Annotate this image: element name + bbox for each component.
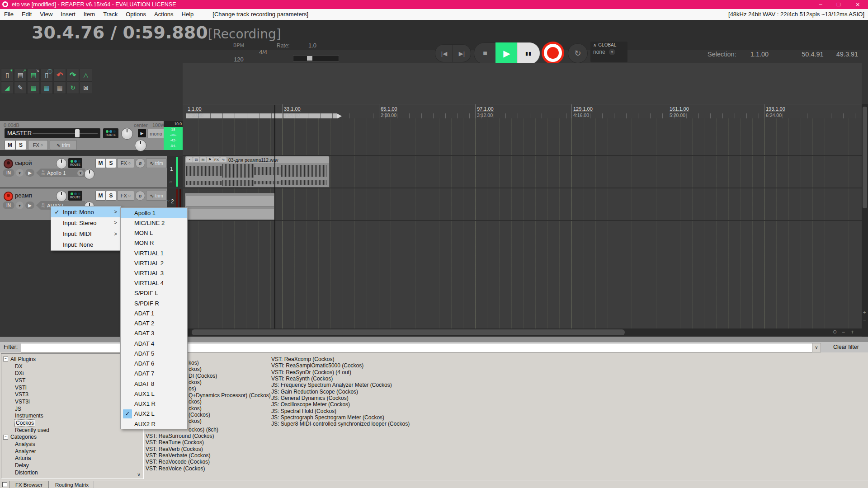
plugin-row[interactable]: JS: Super8 MIDI-controlled synchronized … [271, 421, 410, 427]
plugin-row[interactable]: VST: ReaVerbate (Cockos) [146, 452, 214, 459]
pause-button[interactable]: ▮▮ [517, 42, 540, 64]
save-project-button[interactable]: ▤↘ [27, 69, 40, 81]
master-mono-button[interactable]: mono [147, 129, 165, 138]
play-button[interactable]: ▶ [495, 42, 518, 64]
plugin-row[interactable]: VST: ReaXcomp (Cockos) [271, 356, 410, 362]
track-name[interactable]: сырой [15, 160, 32, 166]
submenu-item-mic-line-2[interactable]: MIC/LINE 2 [121, 218, 187, 228]
scrollbar-thumb[interactable] [192, 329, 625, 335]
submenu-item-adat-5[interactable]: ADAT 5 [121, 348, 187, 358]
master-fx-button[interactable]: FX○ [28, 140, 48, 150]
pan-knob[interactable] [56, 158, 67, 169]
rate-slider-thumb[interactable] [307, 56, 312, 61]
submenu-item-apollo-1[interactable]: Apollo 1 [121, 208, 187, 218]
vertical-scrollbar[interactable]: + − [862, 104, 868, 328]
submenu-item-adat-6[interactable]: ADAT 6 [121, 359, 187, 369]
lock-toggle-button[interactable]: ⊠ [80, 81, 92, 94]
speaker-icon[interactable]: ▶ [138, 129, 146, 137]
tree-item-analysis[interactable]: Analysis [3, 441, 143, 448]
submenu-item-mon-l[interactable]: MON L [121, 228, 187, 238]
master-solo-button[interactable]: S [15, 140, 26, 150]
submenu-item-virtual-3[interactable]: VIRTUAL 3 [121, 268, 187, 278]
master-trim-button[interactable]: ∿ trim [50, 140, 77, 150]
selection-start[interactable]: 1.1.00 [741, 51, 778, 58]
route-button[interactable]: ROUTE [68, 191, 82, 201]
plugin-row-fragment[interactable]: ckos) [189, 379, 202, 385]
global-value[interactable]: none [593, 49, 605, 55]
grid-toggle-button[interactable]: ▦ [27, 81, 40, 94]
power-icon[interactable]: ○ [41, 143, 43, 147]
route-button[interactable]: ROUTE [68, 158, 82, 168]
mute-button[interactable]: M [95, 191, 106, 201]
plugin-row-fragment[interactable]: os) [189, 385, 196, 392]
bpm-value[interactable]: 120 [226, 56, 251, 63]
tree-item-distortion[interactable]: Distortion [3, 469, 143, 476]
monitor-button[interactable]: ▶ [25, 169, 34, 177]
open-project-button[interactable]: ▤↗ [14, 69, 27, 81]
project-settings-button[interactable]: ▯ⓘ [40, 69, 53, 81]
filter-dropdown-button[interactable]: ∨ [812, 343, 821, 352]
plugin-row[interactable]: JS: Gain Reduction Scope (Cockos) [271, 389, 410, 395]
menu-file[interactable]: File [0, 9, 18, 20]
plugin-row-fragment[interactable]: kos) [189, 360, 199, 366]
chevron-down-icon[interactable]: ▾ [77, 170, 84, 176]
master-volume-fader[interactable]: MASTER [5, 128, 100, 138]
menu-item[interactable]: Item [80, 9, 99, 20]
global-automation[interactable]: ∧ GLOBAL none ▾ [590, 42, 627, 62]
submenu-item-virtual-2[interactable]: VIRTUAL 2 [121, 258, 187, 268]
input-pill[interactable]: IN [3, 202, 14, 209]
undo-button[interactable]: ↶ [53, 69, 66, 81]
plugin-row[interactable]: JS: General Dynamics (Cockos) [271, 395, 410, 401]
tree-item-analyzer[interactable]: Analyzer [3, 448, 143, 455]
fx-button[interactable]: FX○ [117, 158, 134, 168]
menu-item-input-mono[interactable]: ✓ Input: Mono > [51, 206, 121, 217]
scroll-center-icon[interactable]: ⊙ [833, 329, 837, 335]
rate-value[interactable]: 1.0 [308, 42, 316, 49]
stop-button[interactable]: ■ [474, 42, 496, 64]
pencil-mode-button[interactable]: ✎ [14, 81, 27, 94]
plugin-row-fragment[interactable]: ckos) [189, 366, 202, 372]
input-dropdown-icon[interactable]: ▾ [16, 169, 24, 177]
vzoom-out-button[interactable]: − [863, 317, 866, 323]
menu-item-input-none[interactable]: Input: None [51, 239, 121, 250]
zoom-in-button[interactable]: + [851, 329, 854, 335]
plugin-row-fragment[interactable]: ckos) [189, 399, 202, 405]
submenu-item-virtual-4[interactable]: VIRTUAL 4 [121, 278, 187, 288]
minimize-button[interactable]: – [811, 0, 830, 9]
draw-mode-button[interactable]: ◢ [1, 81, 14, 94]
media-item-wav[interactable]: ◔ ⊡ M ⚑ FX ∿ 03-для реампа112.wav [185, 156, 330, 188]
submenu-item-aux1-l[interactable]: AUX1 L [121, 389, 187, 399]
tree-item-arturia[interactable]: Arturia [3, 455, 143, 462]
transport-time-display[interactable]: 30.4.76 / 0:59.880 [32, 23, 208, 42]
go-to-end-button[interactable]: ▶| [453, 44, 471, 62]
plugin-row-fragment[interactable]: Q+Dynamics Processor) (Cockos) [189, 392, 271, 399]
docker-icon[interactable] [2, 482, 7, 487]
power-icon[interactable]: ○ [128, 193, 131, 198]
input-pill[interactable]: IN [3, 169, 14, 177]
tab-routing-matrix[interactable]: Routing Matrix [50, 481, 94, 488]
plugin-row[interactable]: VSTi: ReaSamplOmatic5000 (Cockos) [271, 362, 410, 369]
scrollbar-thumb[interactable] [863, 107, 867, 208]
plugin-row[interactable]: VST: ReaVoice (Cockos) [146, 465, 214, 472]
master-mute-button[interactable]: M [5, 140, 15, 150]
item-fx-button[interactable]: FX [213, 157, 220, 162]
plugin-row-fragment[interactable]: DI (Cockos) [189, 373, 217, 379]
go-to-start-button[interactable]: |◀ [435, 44, 453, 62]
collapse-icon[interactable]: − [3, 357, 8, 361]
record-arm-button[interactable] [4, 192, 13, 201]
fader-handle[interactable] [75, 129, 80, 137]
submenu-item-adat-7[interactable]: ADAT 7 [121, 369, 187, 379]
submenu-item-adat-2[interactable]: ADAT 2 [121, 319, 187, 328]
repeat-button[interactable]: ↻ [568, 43, 588, 63]
media-item-empty[interactable] [185, 193, 275, 220]
time-signature[interactable]: 4/4 [253, 49, 273, 56]
chevron-down-icon[interactable]: ▾ [609, 49, 615, 55]
trim-button[interactable]: ∿ trim [146, 191, 167, 201]
power-icon[interactable]: ○ [128, 161, 131, 165]
plugin-row[interactable]: JS: Spectrograph Spectrogram Meter (Cock… [271, 414, 410, 421]
volume-knob[interactable] [84, 169, 94, 179]
ripple-edit-button[interactable]: ▦ [53, 81, 66, 94]
timeline-ruler[interactable]: 1.1.000:00.00 33.1.001:04.00 65.1.002:08… [183, 104, 862, 119]
plugin-row[interactable]: VST: ReaVerb (Cockos) [146, 446, 214, 452]
plugin-row[interactable]: VSTi: ReaSynth (Cockos) [271, 375, 410, 382]
